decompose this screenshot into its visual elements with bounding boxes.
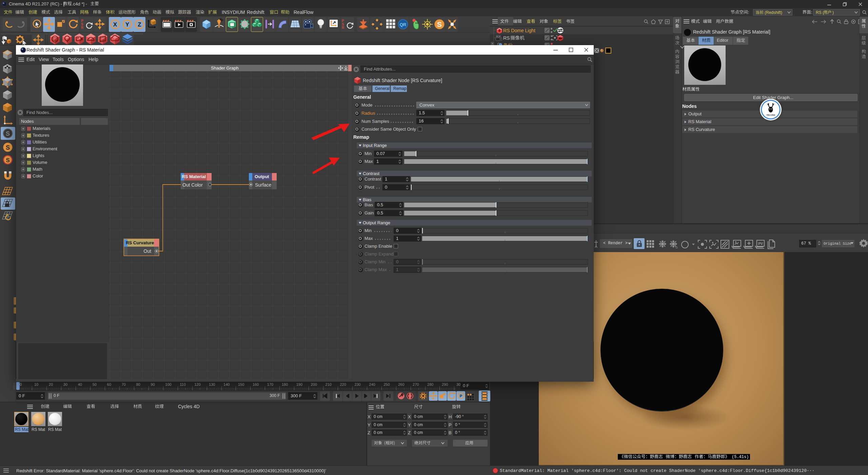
svg-text:S: S xyxy=(437,20,442,28)
svg-text:R: R xyxy=(81,26,84,30)
svg-text:G: G xyxy=(675,246,678,249)
svg-text:Z: Z xyxy=(138,21,141,28)
svg-text:YELUZHI: YELUZHI xyxy=(766,114,775,116)
svg-text:R: R xyxy=(342,26,344,30)
svg-text:X: X xyxy=(113,21,117,28)
svg-text:S: S xyxy=(6,157,9,164)
svg-text:S: S xyxy=(6,144,10,151)
svg-text:P: P xyxy=(460,394,462,398)
svg-text:PV: PV xyxy=(758,242,763,246)
svg-text:S: S xyxy=(6,130,10,137)
svg-text:QR: QR xyxy=(400,22,407,27)
svg-text:Y: Y xyxy=(125,21,130,28)
